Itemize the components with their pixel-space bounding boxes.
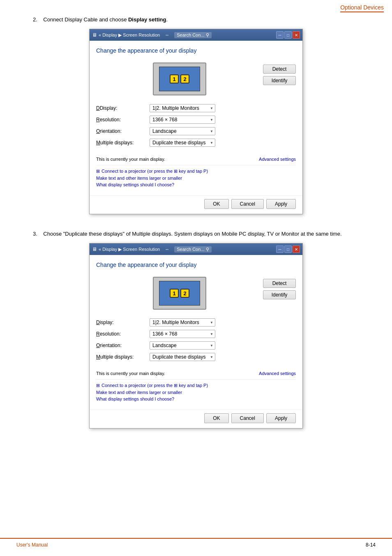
- close-button-2[interactable]: ✕: [293, 246, 300, 253]
- resolution-value-1: 1366 × 768: [152, 117, 177, 123]
- display-control-1[interactable]: 1|2. Multiple Monitors ▼: [150, 104, 215, 112]
- dialog-titlebar-2: 🖥 « Display ▶ Screen Resolution ↔ Search…: [90, 243, 302, 255]
- display-control-2[interactable]: 1|2. Multiple Monitors ▼: [150, 318, 215, 327]
- apply-button-1[interactable]: Apply: [266, 199, 296, 209]
- resolution-control-1[interactable]: 1366 × 768 ▼: [150, 116, 215, 124]
- dialog-form-2: Display: 1|2. Multiple Monitors ▼ Resolu…: [96, 318, 296, 368]
- orientation-dropdown-1[interactable]: Landscape ▼: [150, 127, 215, 135]
- monitor-preview-2: 1 2: [96, 275, 263, 312]
- resolution-control-2[interactable]: 1366 × 768 ▼: [150, 330, 215, 338]
- display-dropdown-arrow-2: ▼: [210, 321, 213, 324]
- display-label-2: Display:: [96, 320, 150, 325]
- apply-button-2[interactable]: Apply: [266, 413, 296, 423]
- dialog-links-1: ⊞ Connect to a projector (or press the ⊞…: [96, 165, 296, 187]
- dialog-link-projector-1[interactable]: ⊞ Connect to a projector (or press the ⊞…: [96, 169, 296, 174]
- multiple-value-1: Duplicate these displays: [152, 140, 205, 146]
- monitor-screen-2: 1 2: [159, 281, 200, 306]
- orientation-dropdown-arrow-2: ▼: [210, 344, 213, 348]
- projector-icon-2: ⊞: [96, 383, 100, 388]
- form-row-multiple-1: Multiple displays: Duplicate these displ…: [96, 139, 296, 147]
- display-dropdown-1[interactable]: 1|2. Multiple Monitors ▼: [150, 104, 215, 112]
- titlebar-search-2: Search Con... ⚲: [174, 246, 211, 253]
- monitor-icon-titlebar: 🖥: [92, 32, 97, 38]
- minimize-button-2[interactable]: ─: [276, 246, 284, 253]
- resolution-dropdown-arrow-1: ▼: [210, 118, 213, 122]
- identify-button-1[interactable]: Identify: [263, 76, 296, 85]
- dialog-link-what-display-2[interactable]: What display settings should I choose?: [96, 396, 296, 401]
- projector-icon-1: ⊞: [96, 169, 100, 174]
- cancel-button-1[interactable]: Cancel: [231, 199, 264, 209]
- monitor-outer-2: 1 2: [153, 277, 206, 310]
- page-footer: User's Manual 8-14: [0, 538, 392, 548]
- side-buttons-1: Detect Identify: [263, 60, 296, 97]
- display-dropdown-arrow-1: ▼: [210, 107, 213, 110]
- step-3-number: 3.: [33, 231, 37, 237]
- display-area-1: 1 2 Detect Identify: [96, 60, 296, 97]
- resolution-dropdown-2[interactable]: 1366 × 768 ▼: [150, 330, 215, 338]
- advanced-settings-link-1[interactable]: Advanced settings: [259, 157, 296, 162]
- display-dropdown-2[interactable]: 1|2. Multiple Monitors ▼: [150, 318, 215, 327]
- step-2-text-after: .: [166, 16, 168, 23]
- restore-button[interactable]: □: [284, 31, 292, 39]
- dialog-heading-1: Change the appearance of your display: [96, 47, 296, 54]
- orientation-label-1: Orientation:: [96, 128, 150, 134]
- display-label-1: DDisplay:: [96, 105, 150, 111]
- side-buttons-2: Detect Identify: [263, 275, 296, 312]
- dialog-titlebar-1: 🖥 « Display ▶ Screen Resolution ↔ Search…: [90, 29, 302, 41]
- display-value-1: 1|2. Multiple Monitors: [152, 105, 199, 111]
- dialog-links-2: ⊞ Connect to a projector (or press the ⊞…: [96, 379, 296, 401]
- window-controls[interactable]: ─ □ ✕: [276, 31, 300, 39]
- restore-button-2[interactable]: □: [284, 246, 292, 253]
- dialog-body-1: Change the appearance of your display 1 …: [90, 41, 302, 195]
- advanced-settings-link-2[interactable]: Advanced settings: [259, 371, 296, 376]
- dialog-form-1: DDisplay: 1|2. Multiple Monitors ▼ Resol…: [96, 104, 296, 153]
- detect-button-1[interactable]: Detect: [263, 65, 296, 74]
- close-button[interactable]: ✕: [293, 31, 300, 39]
- monitor-badge-2: 2: [180, 74, 189, 83]
- orientation-dropdown-2[interactable]: Landscape ▼: [150, 341, 215, 350]
- detect-button-2[interactable]: Detect: [263, 279, 296, 288]
- dialog-link-projector-2[interactable]: ⊞ Connect to a projector (or press the ⊞…: [96, 383, 296, 388]
- footer-right: 8-14: [366, 542, 376, 548]
- monitor-badge-2b: 2: [180, 289, 189, 298]
- monitor-graphic-2: 1 2: [151, 275, 208, 312]
- multiple-dropdown-2[interactable]: Duplicate these displays ▼: [150, 353, 215, 361]
- dialog-link-text-size-1[interactable]: Make text and other items larger or smal…: [96, 176, 296, 181]
- ok-button-2[interactable]: OK: [204, 413, 228, 423]
- orientation-dropdown-arrow-1: ▼: [210, 130, 213, 133]
- monitor-badges-2: 1 2: [170, 289, 189, 298]
- resolution-value-2: 1366 × 768: [152, 331, 177, 337]
- window-controls-2[interactable]: ─ □ ✕: [276, 246, 300, 253]
- orientation-control-2[interactable]: Landscape ▼: [150, 341, 215, 350]
- multiple-control-2[interactable]: Duplicate these displays ▼: [150, 353, 215, 361]
- titlebar-arrow-2: ↔: [165, 247, 169, 252]
- minimize-button[interactable]: ─: [276, 31, 284, 39]
- ok-button-1[interactable]: OK: [204, 199, 228, 209]
- cancel-button-2[interactable]: Cancel: [231, 413, 264, 423]
- resolution-label-2: Resolution:: [96, 331, 150, 337]
- step-2-number: 2.: [33, 16, 37, 23]
- identify-button-2[interactable]: Identify: [263, 290, 296, 299]
- orientation-control-1[interactable]: Landscape ▼: [150, 127, 215, 135]
- resolution-dropdown-1[interactable]: 1366 × 768 ▼: [150, 116, 215, 124]
- titlebar-search: Search Con... ⚲: [174, 32, 211, 38]
- dialog-status-1: This is currently your main display. Adv…: [96, 157, 296, 162]
- orientation-value-2: Landscape: [152, 343, 177, 348]
- dialog-footer-2: OK Cancel Apply: [90, 410, 302, 428]
- dialog-wrapper-1: 🖥 « Display ▶ Screen Resolution ↔ Search…: [25, 29, 367, 214]
- main-display-text-2: This is currently your main display.: [96, 371, 165, 376]
- dialog-status-2: This is currently your main display. Adv…: [96, 371, 296, 376]
- monitor-badges-1: 1 2: [170, 74, 189, 83]
- multiple-dropdown-1[interactable]: Duplicate these displays ▼: [150, 139, 215, 147]
- monitor-badge-2a: 1: [170, 289, 179, 298]
- form-row-orientation-1: Orientation: Landscape ▼: [96, 127, 296, 135]
- monitor-icon-titlebar-2: 🖥: [92, 246, 97, 252]
- multiple-control-1[interactable]: Duplicate these displays ▼: [150, 139, 215, 147]
- dialog-link-what-display-1[interactable]: What display settings should I choose?: [96, 182, 296, 187]
- form-row-orientation-2: Orientation: Landscape ▼: [96, 341, 296, 350]
- orientation-label-2: Orientation:: [96, 343, 150, 348]
- step-3: 3. Choose "Duplicate these displays" of …: [25, 231, 367, 429]
- monitor-badge-1: 1: [170, 74, 179, 83]
- monitor-screen-1: 1 2: [159, 67, 200, 91]
- dialog-link-text-size-2[interactable]: Make text and other items larger or smal…: [96, 390, 296, 395]
